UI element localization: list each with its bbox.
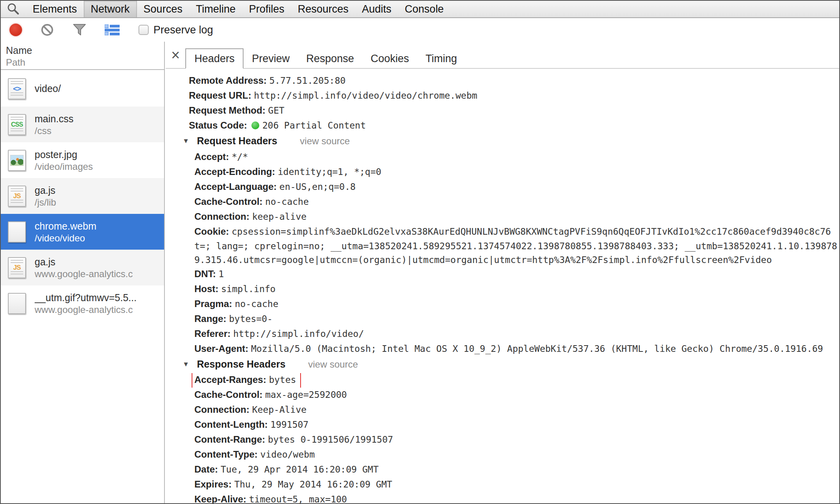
headers-section-row: ▼ Response Headers view source [166,357,839,373]
header-name: Accept-Encoding: [194,166,278,177]
requests-table-header[interactable]: Name Path [1,42,164,70]
header-name: Remote Address: [189,75,270,86]
header-value: http://simpl.info/video/ [233,329,364,339]
network-requests-sidebar: Name Path <> video/ CSS main.css /css po… [1,42,165,503]
devtools-window: ElementsNetworkSourcesTimelineProfilesRe… [0,0,840,504]
header-value: 5.77.51.205:80 [270,75,346,86]
request-list-item[interactable]: JS ga.js www.google-analytics.c [1,250,164,285]
header-name: Connection: [194,211,252,222]
triangle-down-icon[interactable]: ▼ [183,357,189,372]
header-name: Cookie: [194,226,232,237]
header-name: Accept: [194,151,232,162]
header-row: Connection: Keep-Alive [166,403,839,418]
header-name: Content-Length: [194,419,270,430]
header-value: keep-alive [252,212,306,222]
header-name: Pragma: [194,298,235,309]
red-highlight-box: Accept-Ranges: bytes [192,373,301,388]
request-name: __utm.gif?utmwv=5.5... [35,292,137,304]
request-list-item[interactable]: CSS main.css /css [1,107,164,142]
main-toolbar-tab-timeline[interactable]: Timeline [189,1,242,17]
request-name: ga.js [35,256,133,268]
main-toolbar-tab-console[interactable]: Console [398,1,450,17]
header-row: Cache-Control: max-age=2592000 [166,388,839,403]
main-toolbar-tab-resources[interactable]: Resources [291,1,355,17]
header-value: no-cache [265,197,309,207]
header-value: Mozilla/5.0 (Macintosh; Intel Mac OS X 1… [251,344,823,354]
request-path: /video/video [35,232,96,244]
header-value: 1 [218,269,224,279]
header-row: Keep-Alive: timeout=5, max=100 [166,492,839,503]
main-toolbar-tab-elements[interactable]: Elements [26,1,84,17]
request-path: www.google-analytics.c [35,268,133,280]
close-icon[interactable]: × [171,48,180,63]
header-value: bytes [269,375,296,385]
request-list-item[interactable]: chrome.webm /video/video [1,214,164,250]
plain-doc-icon [8,293,26,314]
preserve-log-checkbox[interactable] [138,25,149,35]
header-row: Content-Type: video/webm [166,447,839,462]
header-value: bytes=0- [229,314,273,324]
view-source-link[interactable]: view source [308,359,358,370]
main-toolbar-tab-sources[interactable]: Sources [137,1,189,17]
headers-section-row: ▼ Request Headers view source [166,133,839,150]
view-source-link[interactable]: view source [300,136,350,146]
header-row: Referer: http://simpl.info/video/ [166,327,839,342]
header-value: bytes 0-1991506/1991507 [268,434,393,445]
name-column-header: Name [6,44,164,57]
triangle-down-icon[interactable]: ▼ [183,134,189,149]
header-name: Keep-Alive: [194,494,249,503]
request-path: /video/images [35,161,93,172]
record-icon[interactable] [9,24,22,36]
preserve-log-label: Preserve log [153,24,213,36]
path-column-header: Path [6,57,164,68]
request-list-item[interactable]: poster.jpg /video/images [1,142,164,178]
filter-button[interactable] [72,23,87,37]
header-row: Cookie: cpsession=simplinf%3aeDkLdG2elvx… [166,224,839,239]
large-rows-toggle[interactable] [105,24,120,35]
header-row: Request Method: GET [166,103,839,118]
section-title[interactable]: Response Headers [197,359,285,370]
detail-tab-preview[interactable]: Preview [244,49,298,68]
main-toolbar-tab-profiles[interactable]: Profiles [242,1,291,17]
header-row: Accept: */* [166,150,839,165]
request-list-item[interactable]: JS ga.js /js/lib [1,178,164,214]
header-name: Cache-Control: [194,389,265,400]
header-row: Accept-Ranges: bytes [166,373,839,388]
header-value: Thu, 29 May 2014 16:20:09 GMT [234,479,392,489]
detail-tab-response[interactable]: Response [298,49,362,68]
header-row: DNT: 1 [166,267,839,282]
html-doc-icon: <> [8,78,26,99]
main-toolbar-tab-network[interactable]: Network [84,1,137,17]
detail-tab-headers[interactable]: Headers [185,48,244,69]
header-row: Accept-Language: en-US,en;q=0.8 [166,180,839,195]
search-button[interactable] [1,1,26,17]
request-name: video/ [35,83,61,95]
detail-tab-timing[interactable]: Timing [417,49,465,68]
request-name: chrome.webm [35,220,96,232]
image-doc-icon [8,150,26,171]
header-value: max-age=2592000 [265,390,347,400]
section-title[interactable]: Request Headers [197,135,277,146]
detail-tab-cookies[interactable]: Cookies [362,49,417,68]
clear-button[interactable] [40,23,54,37]
header-name: Content-Range: [194,434,268,445]
plain-doc-icon [8,221,26,243]
headers-panel: Remote Address: 5.77.51.205:80 Request U… [166,69,839,503]
request-list-item[interactable]: <> video/ [1,71,164,107]
header-row: Range: bytes=0- [166,312,839,327]
header-value: cpsession=simplinf%3aeDkLdG2elvxaS38KAur… [232,226,831,237]
header-name: Date: [194,464,221,475]
header-value: timeout=5, max=100 [249,494,347,503]
header-value-continuation: t=; lang=; cprelogin=no; __utma=13852024… [166,239,839,253]
header-row: Expires: Thu, 29 May 2014 16:20:09 GMT [166,477,839,492]
header-name: Connection: [194,404,252,415]
request-list-item[interactable]: __utm.gif?utmwv=5.5... www.google-analyt… [1,285,164,321]
header-value: en-US,en;q=0.8 [279,182,356,192]
header-value: Keep-Alive [252,405,306,415]
header-value-continuation: 9.315.46.utmcsr=google|utmccn=(organic)|… [166,253,839,267]
main-toolbar-tab-audits[interactable]: Audits [355,1,398,17]
header-name: Accept-Language: [194,181,279,192]
header-row: Remote Address: 5.77.51.205:80 [166,74,839,88]
header-name: Expires: [194,479,234,489]
clear-icon [40,23,54,37]
